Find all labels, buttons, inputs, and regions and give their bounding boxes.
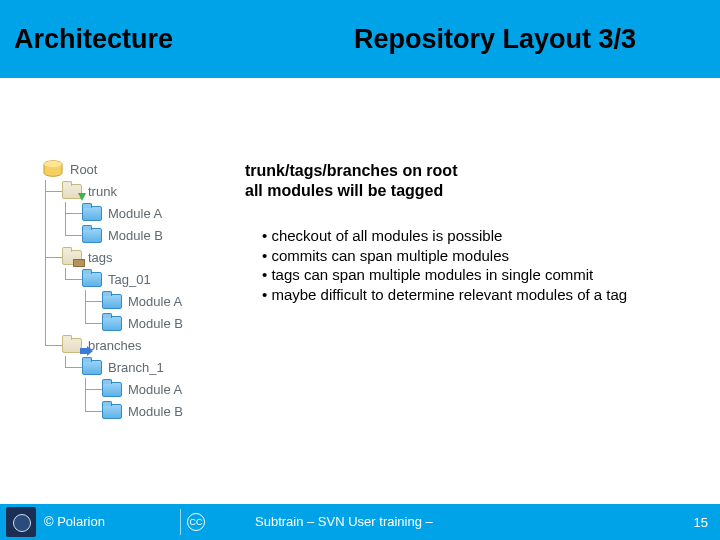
folder-icon bbox=[82, 206, 102, 221]
footer-bar: © Polarion CC Subtrain – SVN User traini… bbox=[0, 504, 720, 540]
bullet-item: maybe difficult to determine relevant mo… bbox=[262, 285, 627, 305]
database-icon bbox=[42, 160, 64, 178]
folder-icon bbox=[102, 294, 122, 309]
copyright-line: © Polarion bbox=[44, 514, 105, 529]
tree-row: Module B bbox=[42, 224, 183, 246]
tree-row: Tag_01 bbox=[42, 268, 183, 290]
subheading-line: all modules will be tagged bbox=[245, 181, 457, 201]
bullet-item: tags can span multiple modules in single… bbox=[262, 265, 627, 285]
repo-tree: Root trunk Module A Module B bbox=[42, 158, 183, 422]
tree-label: Tag_01 bbox=[108, 272, 151, 287]
folder-icon bbox=[62, 338, 82, 353]
folder-icon bbox=[102, 404, 122, 419]
svg-point-1 bbox=[44, 161, 62, 167]
slide: Architecture Repository Layout 3/3 Root … bbox=[0, 0, 720, 540]
bullet-item: commits can span multiple modules bbox=[262, 246, 627, 266]
footer-center-text: Subtrain – SVN User training – bbox=[255, 515, 694, 529]
tree-row: trunk bbox=[42, 180, 183, 202]
tree-label: Module A bbox=[108, 206, 162, 221]
subheading-line: trunk/tags/branches on root bbox=[245, 161, 457, 181]
footer-divider bbox=[180, 509, 181, 535]
tree-label: Module B bbox=[108, 228, 163, 243]
tree-label: Module A bbox=[128, 294, 182, 309]
section-label: Architecture bbox=[14, 24, 344, 55]
tree-row: Module B bbox=[42, 312, 183, 334]
tree-row: Module A bbox=[42, 378, 183, 400]
folder-icon bbox=[82, 228, 102, 243]
folder-icon bbox=[62, 250, 82, 265]
tree-label: Module B bbox=[128, 316, 183, 331]
folder-icon bbox=[82, 360, 102, 375]
tree-label: tags bbox=[88, 250, 113, 265]
page-number: 15 bbox=[694, 515, 708, 530]
tree-row: Module A bbox=[42, 290, 183, 312]
folder-icon bbox=[62, 184, 82, 199]
tree-label: Branch_1 bbox=[108, 360, 164, 375]
header-bar: Architecture Repository Layout 3/3 bbox=[0, 0, 720, 78]
folder-icon bbox=[82, 272, 102, 287]
tree-root-row: Root bbox=[42, 158, 183, 180]
tree-label: trunk bbox=[88, 184, 117, 199]
tree-row: Module A bbox=[42, 202, 183, 224]
footer-center-line: Subtrain – SVN User training – bbox=[255, 514, 433, 529]
tree-label: Root bbox=[70, 162, 97, 177]
cc-icon: CC bbox=[187, 513, 205, 531]
bullet-item: checkout of all modules is possible bbox=[262, 226, 627, 246]
copyright-text: © Polarion bbox=[44, 515, 174, 529]
polarion-logo-icon bbox=[6, 507, 36, 537]
subheading: trunk/tags/branches on root all modules … bbox=[245, 161, 457, 201]
folder-icon bbox=[102, 382, 122, 397]
tree-row: Branch_1 bbox=[42, 356, 183, 378]
tree-row: Module B bbox=[42, 400, 183, 422]
tree-label: Module B bbox=[128, 404, 183, 419]
tree-row: tags bbox=[42, 246, 183, 268]
bullet-list: checkout of all modules is possible comm… bbox=[262, 226, 627, 304]
folder-icon bbox=[102, 316, 122, 331]
tree-row: branches bbox=[42, 334, 183, 356]
slide-title: Repository Layout 3/3 bbox=[354, 24, 636, 55]
tree-label: Module A bbox=[128, 382, 182, 397]
tree-label: branches bbox=[88, 338, 141, 353]
